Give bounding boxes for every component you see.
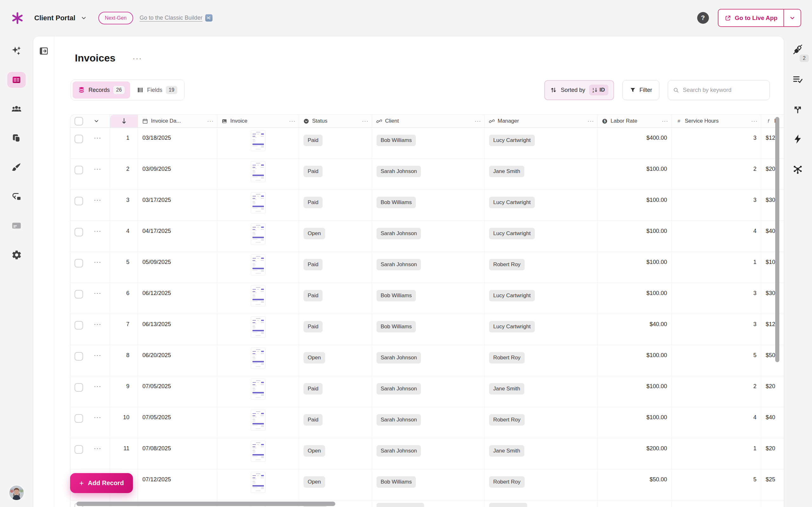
cell-status[interactable]: Open [299,469,372,500]
cell-cost[interactable]: $20 [761,376,784,407]
cell-manager[interactable]: Jane Smith [485,376,598,407]
header-client-menu[interactable]: ··· [474,118,481,124]
cell-date[interactable]: 07/12/2025 [138,469,217,500]
cell-manager[interactable]: Jane Smith [485,438,598,469]
cell-date[interactable]: 03/17/2025 [138,190,217,221]
cell-manager[interactable]: Lucy Cartwright [485,283,598,314]
sidebar-item-pages[interactable] [7,130,26,146]
row-checkbox[interactable] [74,259,83,268]
row-menu-button[interactable]: ··· [94,446,101,451]
cell-cost[interactable]: $20 [761,438,784,469]
expand-panel-icon[interactable] [39,46,49,56]
help-button[interactable]: ? [697,12,709,24]
cell-client[interactable]: Bob Williams [372,283,485,314]
row-checkbox[interactable] [74,321,83,330]
row-checkbox[interactable] [74,290,83,298]
cell-manager[interactable]: Robert Roy [485,469,598,500]
sidebar-item-ai[interactable] [7,43,26,59]
header-status-menu[interactable]: ··· [362,118,368,124]
table-row[interactable]: ··· 8 06/20/2025 [70,345,784,376]
table-row[interactable]: ··· 6 06/12/2025 [70,283,784,314]
cell-invoice[interactable] [217,407,299,438]
row-checkbox[interactable] [74,383,83,392]
row-menu-button[interactable]: ··· [94,167,101,171]
header-labor-rate-menu[interactable]: ··· [662,118,668,124]
cell-manager[interactable]: Robert Roy [485,345,598,376]
cell-invoice[interactable] [217,128,299,158]
cell-status[interactable]: Open [299,221,372,251]
cell-hours[interactable]: 3 [672,314,761,345]
cell-manager[interactable]: Jane Smith [485,159,598,189]
row-menu-button[interactable]: ··· [94,229,101,233]
row-menu-button[interactable]: ··· [94,260,101,264]
header-invoice-menu[interactable]: ··· [289,118,296,124]
cell-cost[interactable]: $50 [761,345,784,376]
cell-date[interactable]: 04/17/2025 [138,221,217,251]
cell-manager[interactable]: Robert Roy [485,407,598,438]
cell-rate[interactable]: $100.00 [598,376,672,407]
header-id-sorted[interactable] [110,115,138,127]
cell-date[interactable]: 07/05/2025 [138,376,217,407]
cell-cost[interactable]: $10 [761,252,784,283]
cell-hours[interactable]: 5 [672,469,761,500]
row-menu-button[interactable]: ··· [94,291,101,295]
sidebar-item-settings[interactable] [7,247,26,263]
cell-date[interactable]: 03/09/2025 [138,159,217,189]
cell-hours[interactable]: 4 [672,221,761,251]
sorted-by-button[interactable]: Sorted by 1 2 ID [544,80,614,100]
header-formula-column[interactable]: f L [761,115,784,127]
cell-hours[interactable]: 3 [672,283,761,314]
cell-hours[interactable]: 1 [672,438,761,469]
table-row[interactable]: ··· 1 03/18/2025 [70,128,784,159]
sidebar-item-theme[interactable] [7,159,26,175]
select-all-checkbox[interactable] [74,117,83,125]
row-checkbox[interactable] [74,352,83,360]
cell-status[interactable]: Paid [299,190,372,221]
cell-date[interactable]: 06/13/2025 [138,314,217,345]
header-select-all[interactable] [70,115,110,127]
cell-invoice[interactable] [217,469,299,500]
table-row[interactable]: ··· 7 06/13/2025 [70,314,784,345]
app-switcher[interactable]: Client Portal [34,14,87,22]
classic-builder-link[interactable]: Go to the Classic Builder [140,14,212,21]
branch-button[interactable] [792,104,803,115]
cell-client[interactable]: Sarah Johnson [372,376,485,407]
connections-button[interactable] [792,164,803,174]
cell-manager[interactable]: Lucy Cartwright [485,314,598,345]
cell-invoice[interactable] [217,159,299,189]
cell-invoice[interactable] [217,345,299,376]
cell-date[interactable]: 06/12/2025 [138,283,217,314]
cell-rate[interactable]: $100.00 [598,159,672,189]
cell-client[interactable]: Bob Williams [372,314,485,345]
cell-client[interactable]: Bob Williams [372,128,485,158]
cell-hours[interactable]: 1 [672,252,761,283]
cell-hours[interactable]: 2 [672,159,761,189]
table-row[interactable]: ··· 12 07/12/2025 [70,469,784,500]
cell-invoice[interactable] [217,252,299,283]
cell-date[interactable]: 07/05/2025 [138,407,217,438]
row-checkbox[interactable] [74,135,83,143]
cell-date[interactable]: 06/20/2025 [138,345,217,376]
cell-status[interactable]: Open [299,345,372,376]
cell-rate[interactable]: $100.00 [598,407,672,438]
header-labor-rate[interactable]: $ Labor Rate ··· [598,115,672,127]
cell-rate[interactable]: $50.00 [598,469,672,500]
cell-status[interactable]: Paid [299,407,372,438]
integrations-button[interactable]: 2 [792,44,803,55]
cell-status[interactable]: Paid [299,376,372,407]
cell-client[interactable]: Sarah Johnson [372,345,485,376]
cell-date[interactable]: 03/18/2025 [138,128,217,158]
table-row[interactable]: ··· 11 07/08/2025 [70,438,784,469]
cell-hours[interactable]: 3 [672,128,761,158]
cell-client[interactable]: Sarah Johnson [372,407,485,438]
cell-status[interactable]: Paid [299,159,372,189]
cell-invoice[interactable] [217,314,299,345]
row-checkbox[interactable] [74,197,83,205]
app-logo-icon[interactable] [11,11,24,25]
cell-cost[interactable]: $30 [761,190,784,221]
cell-cost[interactable]: $12 [761,128,784,158]
table-row[interactable]: ··· 4 04/17/2025 [70,221,784,252]
cell-cost[interactable]: $40 [761,221,784,251]
row-checkbox[interactable] [74,166,83,174]
header-invoice[interactable]: Invoice ··· [217,115,299,127]
